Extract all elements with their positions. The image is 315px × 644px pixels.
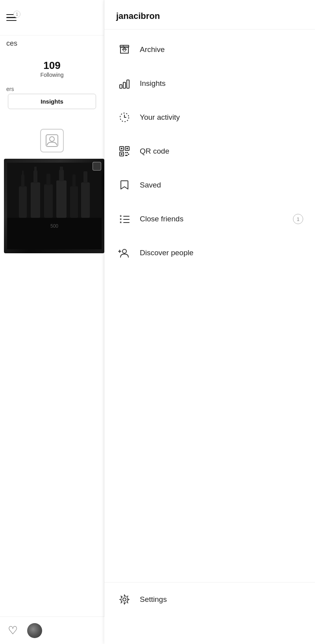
activity-label: Your activity: [140, 113, 180, 122]
close-friends-badge: 1: [293, 214, 303, 224]
svg-rect-3: [19, 186, 27, 218]
avatar-small[interactable]: [27, 623, 42, 638]
svg-point-1: [50, 137, 54, 141]
top-bar: 1: [0, 0, 104, 35]
svg-rect-14: [70, 186, 78, 218]
username-label: janacibron: [116, 11, 160, 21]
menu-item-discover[interactable]: Discover people: [104, 236, 315, 270]
svg-point-44: [123, 598, 126, 601]
left-panel: 1 ces 109 Following ers Insights: [0, 0, 104, 644]
bottle-scene-svg: 500: [7, 163, 102, 249]
qr-label: QR code: [140, 147, 169, 156]
menu-header: janacibron: [104, 0, 315, 30]
insights-button[interactable]: Insights: [8, 94, 96, 109]
menu-line-3: [6, 20, 17, 21]
post-container: 500: [0, 156, 104, 256]
archive-icon: [116, 41, 133, 58]
menu-item-saved[interactable]: Saved: [104, 168, 315, 202]
qr-icon: [116, 143, 133, 160]
video-badge: [93, 162, 101, 171]
svg-rect-28: [121, 148, 122, 149]
menu-item-settings[interactable]: Settings: [104, 582, 315, 616]
svg-text:★: ★: [119, 221, 122, 224]
svg-rect-8: [34, 167, 37, 172]
settings-icon: [116, 591, 133, 608]
partial-label: ces: [0, 35, 104, 48]
menu-item-activity[interactable]: Your activity: [104, 100, 315, 134]
menu-item-insights[interactable]: Insights: [104, 67, 315, 100]
menu-button[interactable]: 1: [6, 11, 20, 25]
settings-label: Settings: [140, 595, 167, 604]
svg-rect-13: [60, 167, 63, 171]
menu-item-archive[interactable]: Archive: [104, 33, 315, 67]
close-friends-icon: ★ ★ ★: [116, 211, 133, 227]
followers-partial: ers: [0, 86, 104, 94]
archive-label: Archive: [140, 45, 165, 54]
insights-btn-wrap: Insights: [0, 94, 104, 117]
following-label: Following: [40, 72, 63, 78]
svg-rect-10: [46, 174, 50, 185]
close-friends-label: Close friends: [140, 215, 183, 223]
svg-rect-15: [72, 174, 76, 187]
discover-icon: [116, 245, 133, 261]
svg-rect-33: [128, 154, 129, 155]
saved-icon: [116, 177, 133, 193]
photo-icon: [40, 129, 64, 152]
activity-icon: [116, 109, 133, 126]
svg-rect-5: [22, 171, 24, 175]
insights-icon: [116, 75, 133, 92]
insights-label: Insights: [140, 79, 165, 88]
svg-rect-16: [81, 182, 90, 218]
notification-badge: 1: [13, 11, 20, 18]
bottom-nav-left: ♡: [0, 616, 104, 644]
post-image-inner: 500: [4, 159, 104, 253]
stats-row: 109 Following: [0, 48, 104, 86]
person-icon: [45, 134, 59, 148]
svg-rect-11: [56, 180, 67, 218]
svg-rect-6: [31, 182, 40, 218]
menu-item-close-friends[interactable]: ★ ★ ★ Close friends 1: [104, 202, 315, 236]
svg-rect-29: [126, 148, 128, 149]
svg-rect-12: [59, 170, 64, 181]
svg-text:500: 500: [50, 223, 58, 229]
svg-rect-34: [125, 155, 128, 156]
svg-rect-18: [7, 218, 102, 249]
dropdown-menu: janacibron Archive: [104, 0, 315, 644]
svg-rect-22: [123, 82, 126, 88]
svg-rect-32: [127, 152, 128, 153]
menu-item-qr[interactable]: QR code: [104, 134, 315, 168]
heart-icon[interactable]: ♡: [8, 624, 18, 637]
following-stat: 109 Following: [40, 59, 63, 78]
post-image: 500: [4, 159, 104, 253]
svg-rect-31: [125, 152, 126, 153]
svg-rect-7: [33, 171, 37, 183]
svg-point-41: [122, 249, 126, 253]
saved-label: Saved: [140, 181, 161, 189]
discover-label: Discover people: [140, 249, 193, 257]
svg-rect-23: [127, 80, 129, 88]
svg-rect-17: [83, 171, 87, 183]
menu-list: Archive Insights: [104, 30, 315, 273]
following-count: 109: [40, 59, 63, 72]
svg-rect-30: [121, 153, 122, 155]
svg-rect-9: [44, 184, 53, 218]
svg-rect-21: [120, 85, 122, 88]
profile-placeholder: [0, 117, 104, 156]
svg-rect-4: [21, 174, 24, 187]
